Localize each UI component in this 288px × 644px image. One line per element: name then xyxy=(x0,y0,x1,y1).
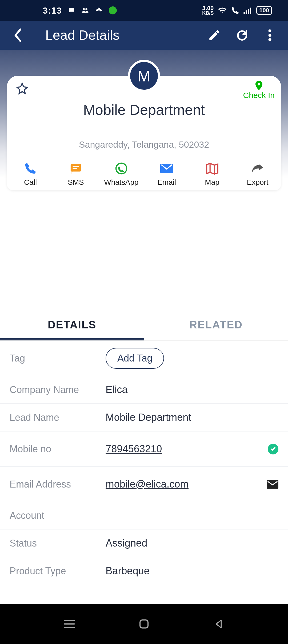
svg-rect-3 xyxy=(246,10,247,14)
app-bar: Lead Details xyxy=(0,21,288,50)
more-options-button[interactable] xyxy=(261,27,278,44)
svg-point-7 xyxy=(269,34,271,37)
email-action[interactable]: Email xyxy=(153,162,180,187)
tab-details[interactable]: DETAILS xyxy=(0,311,144,340)
check-in-button[interactable]: Check In xyxy=(243,81,275,100)
tabs: DETAILS RELATED xyxy=(0,311,288,341)
signal-icon xyxy=(243,7,252,14)
map-pin-icon xyxy=(255,81,263,90)
value-status: Assigned xyxy=(106,537,278,549)
label-lead-name: Lead Name xyxy=(10,412,106,423)
tab-related[interactable]: RELATED xyxy=(144,311,288,340)
whatsapp-action[interactable]: WhatsApp xyxy=(108,162,135,187)
call-action[interactable]: Call xyxy=(17,162,44,187)
sms-icon xyxy=(70,162,82,175)
status-left: 3:13 xyxy=(43,5,117,16)
row-email: Email Address mobile@elica.com xyxy=(0,467,288,502)
label-mobile: Mobile no xyxy=(10,443,106,455)
network-speed: 3.00 KB/S xyxy=(202,6,214,15)
value-email[interactable]: mobile@elica.com xyxy=(106,478,262,490)
status-right: 3.00 KB/S 100 xyxy=(202,6,272,15)
row-account: Account xyxy=(0,502,288,529)
edit-button[interactable] xyxy=(206,27,223,44)
favorite-star-button[interactable] xyxy=(16,82,28,95)
row-lead-name: Lead Name Mobile Department xyxy=(0,404,288,431)
back-button[interactable] xyxy=(10,27,27,44)
lead-name-heading: Mobile Department xyxy=(7,101,281,118)
svg-point-1 xyxy=(85,8,87,10)
avatar: M xyxy=(128,60,160,92)
label-status: Status xyxy=(10,538,106,549)
label-email: Email Address xyxy=(10,479,106,490)
lead-location: Sangareddy, Telangana, 502032 xyxy=(7,139,281,150)
missed-call-icon xyxy=(95,7,103,14)
status-bar: 3:13 3.00 KB/S 100 xyxy=(0,0,288,21)
map-action[interactable]: Map xyxy=(199,162,226,187)
email-label: Email xyxy=(157,178,176,187)
battery-indicator: 100 xyxy=(256,6,272,15)
value-mobile[interactable]: 7894563210 xyxy=(106,443,262,455)
app-badge-icon xyxy=(109,6,117,14)
system-nav-bar xyxy=(0,604,288,644)
nav-home-button[interactable] xyxy=(136,616,152,632)
send-email-button[interactable] xyxy=(262,480,278,489)
row-status: Status Assigned xyxy=(0,529,288,557)
svg-rect-2 xyxy=(244,12,245,14)
chat-notification-icon xyxy=(68,7,75,14)
row-company: Company Name Elica xyxy=(0,376,288,404)
svg-point-6 xyxy=(269,29,271,32)
check-in-label: Check In xyxy=(243,91,275,100)
export-label: Export xyxy=(247,178,268,187)
sms-label: SMS xyxy=(68,178,84,187)
row-mobile: Mobile no 7894563210 xyxy=(0,431,288,467)
lead-card: M Check In Mobile Department Sangareddy,… xyxy=(7,76,281,190)
value-company: Elica xyxy=(106,384,278,395)
label-company: Company Name xyxy=(10,384,106,395)
whatsapp-label: WhatsApp xyxy=(104,178,138,187)
email-icon xyxy=(160,162,173,175)
svg-point-10 xyxy=(116,163,127,174)
avatar-letter: M xyxy=(138,67,150,85)
wifi-icon xyxy=(218,7,227,14)
label-tag: Tag xyxy=(10,353,106,364)
label-account: Account xyxy=(10,510,106,521)
add-tag-button[interactable]: Add Tag xyxy=(106,348,164,369)
check-circle-icon xyxy=(268,444,278,454)
volte-call-icon xyxy=(231,6,239,14)
value-lead-name: Mobile Department xyxy=(106,412,278,423)
people-icon xyxy=(81,7,89,14)
nav-back-button[interactable] xyxy=(211,616,227,632)
svg-point-8 xyxy=(269,38,271,41)
svg-rect-5 xyxy=(250,8,251,14)
export-icon xyxy=(251,162,264,175)
svg-point-0 xyxy=(83,8,85,10)
value-product-type: Barbeque xyxy=(106,565,278,577)
call-label: Call xyxy=(24,178,37,187)
map-label: Map xyxy=(205,178,219,187)
mobile-verified xyxy=(262,444,278,454)
label-product-type: Product Type xyxy=(10,566,106,577)
nav-recent-button[interactable] xyxy=(61,616,77,632)
refresh-button[interactable] xyxy=(234,27,251,44)
svg-rect-4 xyxy=(248,9,249,14)
svg-rect-9 xyxy=(71,164,81,172)
row-product-type: Product Type Barbeque xyxy=(0,557,288,585)
row-tag: Tag Add Tag xyxy=(0,341,288,376)
svg-rect-16 xyxy=(140,620,148,628)
status-time: 3:13 xyxy=(43,5,62,16)
page-title: Lead Details xyxy=(45,28,119,43)
sms-action[interactable]: SMS xyxy=(62,162,89,187)
action-row: Call SMS WhatsApp Email Map xyxy=(7,162,281,187)
detail-list: Tag Add Tag Company Name Elica Lead Name… xyxy=(0,341,288,585)
phone-icon xyxy=(24,162,37,175)
export-action[interactable]: Export xyxy=(244,162,271,187)
whatsapp-icon xyxy=(115,162,128,175)
map-icon xyxy=(206,162,219,175)
